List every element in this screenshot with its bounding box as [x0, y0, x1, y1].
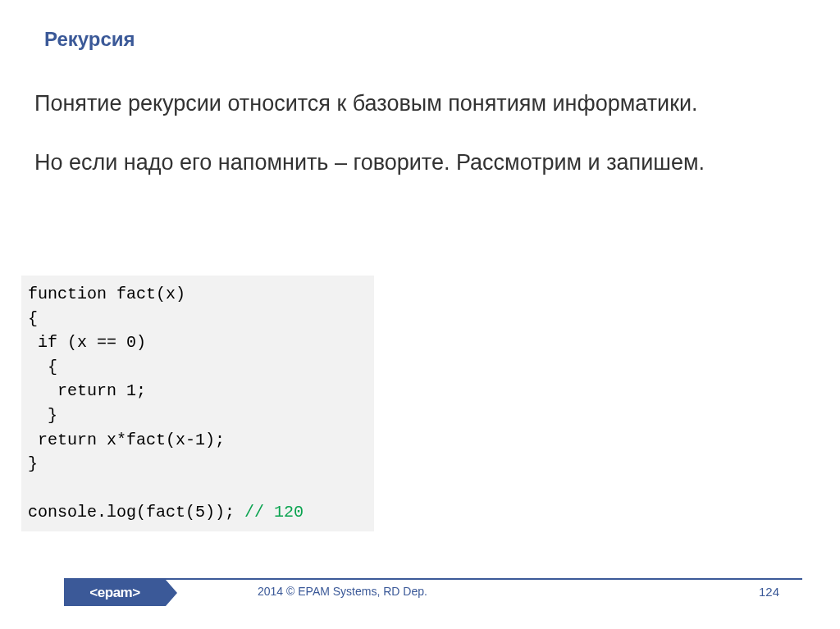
code-comment: // 120: [244, 503, 304, 522]
code-line: {: [28, 309, 38, 328]
logo-arrow-icon: [166, 580, 177, 606]
slide: Рекурсия Понятие рекурсии относится к ба…: [0, 0, 840, 629]
footer: <epam> 2014 © EPAM Systems, RD Dep. 124: [0, 578, 840, 609]
code-line: return x*fact(x-1);: [28, 431, 225, 449]
code-block: function fact(x) { if (x == 0) { return …: [21, 276, 374, 531]
code-line: return 1;: [28, 381, 146, 400]
code-line: }: [28, 406, 57, 425]
logo-text: <epam>: [64, 580, 166, 606]
paragraph-1: Понятие рекурсии относится к базовым пон…: [34, 89, 806, 118]
code-line: console.log(fact(5));: [28, 503, 244, 522]
code-line: function fact(x): [28, 285, 185, 303]
body-text: Понятие рекурсии относится к базовым пон…: [34, 89, 806, 207]
code-line: {: [28, 358, 57, 376]
paragraph-2: Но если надо его напомнить – говорите. Р…: [34, 148, 806, 177]
code-line: if (x == 0): [28, 333, 146, 352]
code-line: }: [28, 454, 38, 473]
logo: <epam>: [64, 580, 176, 606]
copyright-text: 2014 © EPAM Systems, RD Dep.: [258, 585, 427, 598]
page-number: 124: [759, 585, 779, 599]
footer-bar: <epam> 2014 © EPAM Systems, RD Dep. 124: [64, 580, 802, 604]
slide-title: Рекурсия: [44, 28, 135, 51]
